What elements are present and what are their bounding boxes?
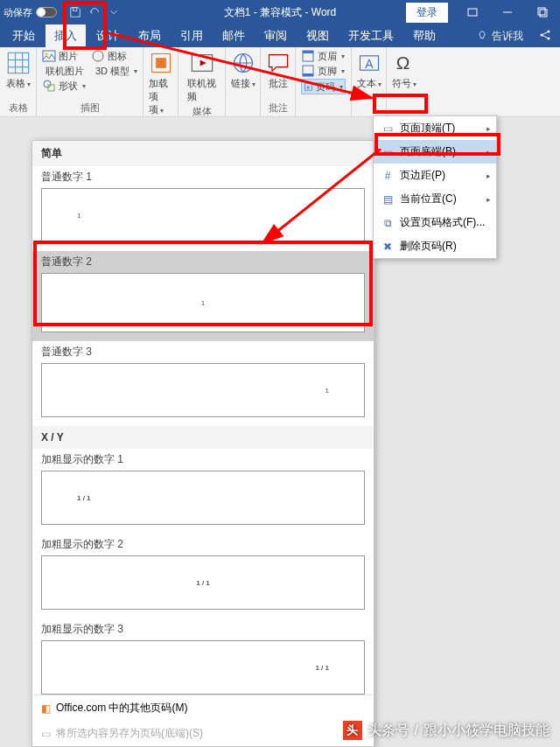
shapes-button[interactable]: 形状▾ <box>42 79 137 93</box>
office-icon: ◧ <box>41 702 51 715</box>
svg-rect-1 <box>468 9 477 16</box>
picture-button[interactable]: 图片 图标 <box>42 49 137 63</box>
svg-point-6 <box>548 30 550 32</box>
tell-me[interactable]: 告诉我 <box>476 29 523 44</box>
tab-view[interactable]: 视图 <box>298 24 338 48</box>
svg-point-7 <box>548 37 550 39</box>
login-button[interactable]: 登录 <box>406 3 448 23</box>
watermark: 头 头条号 / 跟小小筱学电脑技能 <box>343 721 550 740</box>
svg-rect-21 <box>156 58 166 68</box>
tab-layout[interactable]: 布局 <box>130 24 170 48</box>
ribbon-display-icon[interactable] <box>455 0 490 24</box>
window-title: 文档1 - 兼容模式 - Word <box>224 5 336 20</box>
3d-model-icon <box>92 64 93 78</box>
tab-mailings[interactable]: 邮件 <box>214 24 254 48</box>
link-icon <box>231 51 256 75</box>
picture-icon <box>42 49 56 63</box>
menu-current-position[interactable]: ▤当前位置(C)▸ <box>374 187 496 211</box>
group-table-label: 表格 <box>9 101 28 115</box>
format-icon: ⧉ <box>381 216 395 230</box>
gallery-more-office[interactable]: ◧Office.com 中的其他页码(M) <box>32 695 374 721</box>
svg-point-5 <box>541 33 543 36</box>
gallery-item-bold-3[interactable]: 加粗显示的数字 3 1 / 1 <box>32 618 374 695</box>
addins-icon <box>149 51 173 75</box>
page-number-icon: # <box>304 80 313 94</box>
svg-rect-4 <box>540 10 547 17</box>
tab-references[interactable]: 引用 <box>172 24 212 48</box>
gallery-item-bold-1[interactable]: 加粗显示的数字 1 1 / 1 <box>32 449 374 534</box>
header-icon <box>301 49 315 63</box>
online-video-button[interactable]: 联机视频 <box>184 49 220 105</box>
menu-remove-page-numbers[interactable]: ✖删除页码(R) <box>374 234 496 258</box>
svg-point-14 <box>46 53 48 56</box>
group-media-label: 媒体 <box>192 105 212 118</box>
tab-review[interactable]: 审阅 <box>256 24 296 48</box>
undo-icon[interactable] <box>88 6 101 18</box>
svg-rect-25 <box>303 51 313 53</box>
page-number-gallery: 简单 普通数字 1 1 普通数字 2 1 普通数字 3 1 X / Y 加粗显示… <box>32 140 374 747</box>
title-bar: 动保存 文档1 - 兼容模式 - Word 登录 <box>0 0 560 24</box>
qat-dropdown-icon[interactable] <box>108 6 120 18</box>
svg-text:Ω: Ω <box>396 52 410 73</box>
shapes-icon <box>42 79 56 93</box>
autosave-toggle[interactable]: 动保存 <box>4 6 57 19</box>
save-selection-icon: ▭ <box>41 728 51 740</box>
tab-design[interactable]: 设计 <box>88 24 128 48</box>
header-button[interactable]: 页眉▾ <box>301 49 346 63</box>
menu-page-top[interactable]: ▭页面顶端(T)▸ <box>374 116 496 140</box>
tab-insert[interactable]: 插入 <box>46 24 86 48</box>
icons-icon <box>91 49 105 63</box>
menu-page-margins[interactable]: #页边距(P)▸ <box>374 164 496 187</box>
symbol-button[interactable]: Ω 符号▾ <box>388 49 420 92</box>
svg-rect-27 <box>303 73 313 76</box>
textbox-icon: A <box>357 51 382 75</box>
save-icon[interactable] <box>69 6 81 18</box>
tab-help[interactable]: 帮助 <box>404 24 444 48</box>
current-pos-icon: ▤ <box>381 192 395 206</box>
comment-button[interactable]: 批注 <box>262 49 294 92</box>
group-comment-label: 批注 <box>269 101 288 115</box>
ribbon: 表格▾ 表格 图片 图标 联机图片 3D 模型▾ 形状▾ 插图 加载项项▾ 联机… <box>0 47 560 117</box>
svg-rect-0 <box>73 8 76 11</box>
maximize-icon[interactable] <box>525 0 560 24</box>
share-button[interactable] <box>539 28 553 45</box>
online-picture-icon <box>42 64 43 78</box>
table-icon <box>6 51 31 75</box>
page-number-button[interactable]: #页码▾ <box>301 79 346 94</box>
online-picture-button[interactable]: 联机图片 3D 模型▾ <box>42 64 137 78</box>
svg-rect-19 <box>48 85 54 91</box>
footer-button[interactable]: 页脚▾ <box>301 64 346 78</box>
addins-button[interactable]: 加载项项▾ <box>145 49 177 118</box>
gallery-save-selection: ▭将所选内容另存为页码(底端)(S) <box>32 721 374 746</box>
svg-rect-3 <box>538 8 545 15</box>
table-button[interactable]: 表格▾ <box>3 49 34 92</box>
page-bottom-icon: ▭ <box>381 145 395 159</box>
footer-icon <box>301 64 315 78</box>
svg-rect-8 <box>8 52 28 73</box>
gallery-section-xy: X / Y <box>32 426 374 449</box>
textbox-button[interactable]: A 文本▾ <box>354 49 385 92</box>
gallery-item-plain-2[interactable]: 普通数字 2 1 <box>32 251 374 341</box>
menu-page-bottom[interactable]: ▭页面底端(B)▸ <box>374 140 496 164</box>
page-number-menu: ▭页面顶端(T)▸ ▭页面底端(B)▸ #页边距(P)▸ ▤当前位置(C)▸ ⧉… <box>373 115 497 259</box>
remove-icon: ✖ <box>381 240 395 254</box>
gallery-section-simple: 简单 <box>32 141 374 166</box>
lightbulb-icon <box>476 30 488 42</box>
menu-format-page-numbers[interactable]: ⧉设置页码格式(F)... <box>374 211 496 234</box>
gallery-item-bold-2[interactable]: 加粗显示的数字 2 1 / 1 <box>32 534 374 618</box>
group-illustrations-label: 插图 <box>80 101 100 115</box>
svg-text:A: A <box>365 57 374 71</box>
tab-home[interactable]: 开始 <box>4 24 44 48</box>
minimize-icon[interactable] <box>490 0 525 24</box>
quick-access-toolbar <box>69 6 120 18</box>
link-button[interactable]: 链接▾ <box>228 49 259 92</box>
tab-developer[interactable]: 开发工具 <box>340 24 402 48</box>
video-icon <box>190 51 214 75</box>
toutiao-logo-icon: 头 <box>343 721 362 740</box>
page-margins-icon: # <box>381 169 395 183</box>
ribbon-tabs: 开始 插入 设计 布局 引用 邮件 审阅 视图 开发工具 帮助 告诉我 <box>0 24 560 47</box>
gallery-item-plain-1[interactable]: 普通数字 1 1 <box>32 166 374 251</box>
page-top-icon: ▭ <box>381 122 395 136</box>
gallery-item-plain-3[interactable]: 普通数字 3 1 <box>32 341 374 426</box>
svg-point-15 <box>93 51 103 61</box>
